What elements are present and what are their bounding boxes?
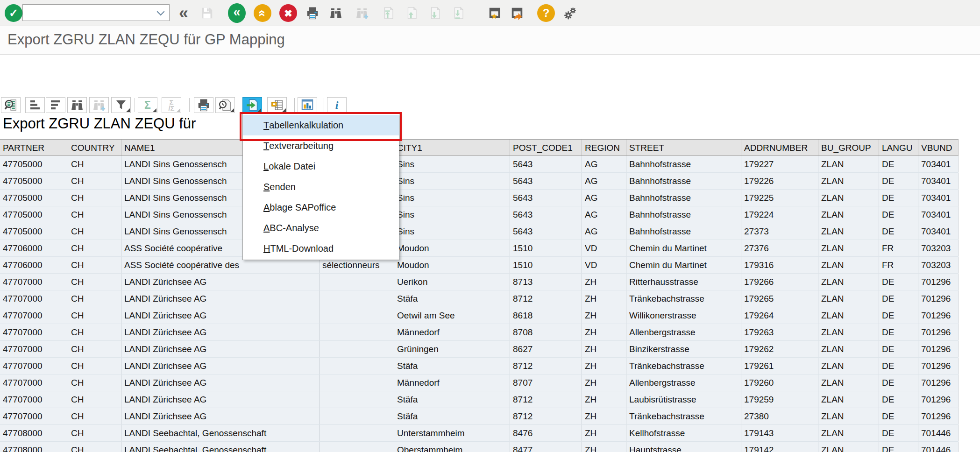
table-cell[interactable]: 47707000 [0,324,68,340]
table-cell[interactable]: Uerikon [394,274,510,290]
table-cell[interactable]: ZH [582,374,626,391]
choose-layout-button[interactable] [267,97,287,113]
table-cell[interactable]: Sins [394,190,510,206]
table-cell[interactable] [320,391,394,408]
table-cell[interactable]: CH [68,425,121,441]
table-cell[interactable]: DE [879,358,918,374]
table-cell[interactable]: Kellhofstrasse [626,425,741,441]
back-button[interactable]: « [227,3,247,23]
table-cell[interactable]: 703203 [918,257,959,273]
table-cell[interactable] [320,290,394,307]
table-cell[interactable]: Stäfa [394,408,510,424]
table-cell[interactable]: CH [68,240,121,256]
create-shortcut-button[interactable] [507,3,527,23]
sum-button[interactable]: Σ [138,97,157,113]
table-cell[interactable]: LANDI Zürichsee AG [121,358,320,374]
table-row[interactable]: 47707000CHLANDI Zürichsee AGMännedorf870… [0,374,959,391]
table-cell[interactable]: CH [68,324,121,340]
table-cell[interactable]: CH [68,190,121,206]
table-cell[interactable]: 1510 [510,257,582,273]
table-cell[interactable]: CH [68,358,121,374]
table-cell[interactable]: 8712 [510,408,582,424]
table-row[interactable]: 47706000CHASS Société coopérative dessél… [0,257,959,274]
table-cell[interactable]: CH [68,173,121,189]
table-cell[interactable]: 47707000 [0,408,68,424]
table-cell[interactable]: Hauptstrasse [626,442,741,452]
table-cell[interactable]: ZLAN [818,408,879,424]
table-cell[interactable]: Oetwil am See [394,307,510,324]
table-row[interactable]: 47707000CHLANDI Zürichsee AGStäfa8712ZHT… [0,358,959,374]
table-cell[interactable]: 5643 [510,156,582,172]
table-cell[interactable]: DE [879,341,918,357]
table-cell[interactable]: LANDI Zürichsee AG [121,391,320,408]
table-cell[interactable]: ZLAN [818,324,879,340]
table-cell[interactable]: Grüningen [394,341,510,357]
table-cell[interactable]: CH [68,391,121,408]
table-cell[interactable] [320,274,394,290]
table-cell[interactable]: ZH [582,341,626,357]
table-cell[interactable]: 8713 [510,274,582,290]
cancel-button[interactable]: ✖ [278,3,298,23]
table-cell[interactable] [320,341,394,357]
column-header-street[interactable]: STREET [626,140,741,155]
table-cell[interactable]: AG [582,206,626,223]
menu-item-textverarbeitung[interactable]: Textverarbeitung [243,135,399,156]
table-cell[interactable]: 5643 [510,173,582,189]
table-cell[interactable]: 1510 [510,240,582,256]
table-cell[interactable]: LANDI Zürichsee AG [121,408,320,424]
table-cell[interactable]: 701296 [918,290,959,307]
table-cell[interactable]: ZLAN [818,425,879,441]
table-cell[interactable]: 47708000 [0,425,68,441]
table-cell[interactable]: 701446 [918,425,959,441]
table-cell[interactable]: DE [879,307,918,324]
table-cell[interactable]: 47705000 [0,156,68,172]
sort-descending-button[interactable] [46,97,65,113]
table-cell[interactable]: Bahnhofstrasse [626,190,741,206]
table-cell[interactable]: FR [879,240,918,256]
table-cell[interactable]: Sins [394,156,510,172]
table-row[interactable]: 47705000CHLANDI Sins GenossenschSins5643… [0,190,959,206]
graphic-button[interactable] [298,97,317,113]
table-cell[interactable]: 47707000 [0,274,68,290]
table-cell[interactable]: 179259 [741,391,818,408]
details-button[interactable] [1,97,21,113]
menu-item-ablage-sapoffice[interactable]: Ablage SAPoffice [243,197,399,218]
table-cell[interactable]: 179264 [741,307,818,324]
hide-command-bar-button[interactable]: « [174,3,193,23]
table-cell[interactable] [320,374,394,391]
table-row[interactable]: 47707000CHLANDI Zürichsee AGStäfa8712ZHT… [0,408,959,425]
table-cell[interactable]: Sins [394,206,510,223]
table-cell[interactable]: CH [68,223,121,240]
enter-button[interactable]: ✓ [4,3,23,23]
table-cell[interactable]: CH [68,408,121,424]
new-session-button[interactable] [485,3,504,23]
table-cell[interactable]: ZLAN [818,206,879,223]
table-cell[interactable]: 47707000 [0,307,68,324]
table-cell[interactable]: 47707000 [0,358,68,374]
customize-layout-button[interactable] [561,3,580,23]
table-cell[interactable]: ZLAN [818,190,879,206]
table-cell[interactable]: 47707000 [0,341,68,357]
table-cell[interactable]: FR [879,257,918,273]
table-cell[interactable]: 179266 [741,274,818,290]
table-cell[interactable]: 179226 [741,173,818,189]
table-cell[interactable]: 703401 [918,206,959,223]
table-cell[interactable]: ZH [582,307,626,324]
table-cell[interactable]: Chemin du Martinet [626,240,741,256]
table-cell[interactable]: 27380 [741,408,818,424]
table-cell[interactable]: 179262 [741,341,818,357]
table-cell[interactable]: ZLAN [818,156,879,172]
table-cell[interactable]: ZLAN [818,240,879,256]
table-cell[interactable]: LANDI Seebachtal, Genossenschaft [121,425,320,441]
table-cell[interactable]: 703401 [918,156,959,172]
table-cell[interactable]: ZLAN [818,307,879,324]
table-cell[interactable]: ZLAN [818,442,879,452]
table-cell[interactable]: Männedorf [394,324,510,340]
table-cell[interactable]: DE [879,190,918,206]
table-cell[interactable]: LANDI Zürichsee AG [121,374,320,391]
table-cell[interactable]: 47705000 [0,173,68,189]
table-cell[interactable]: CH [68,206,121,223]
table-cell[interactable]: 8627 [510,341,582,357]
table-cell[interactable]: Bahnhofstrasse [626,156,741,172]
table-row[interactable]: 47705000CHLANDI Sins GenossenschSins5643… [0,223,959,240]
